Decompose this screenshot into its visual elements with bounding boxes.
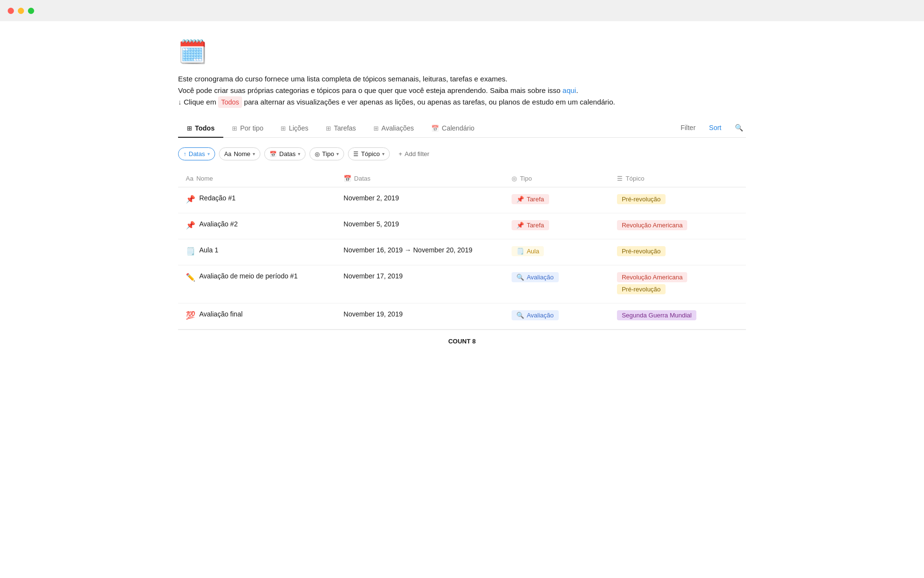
row-type-label-2: Aula <box>526 248 539 255</box>
add-filter-button[interactable]: + Add filter <box>394 148 434 160</box>
filter-datas-sort-label: Datas <box>189 150 205 158</box>
col-datas-icon: 📅 <box>344 175 351 182</box>
table-body: 📌 Redação #1 November 2, 2019 📌 Tarefa P… <box>178 187 746 329</box>
description: Este cronograma do curso fornece uma lis… <box>178 73 707 108</box>
tab-tarefas[interactable]: ⊞ Tarefas <box>317 119 365 138</box>
tab-avaliacoes[interactable]: ⊞ Avaliações <box>365 119 423 138</box>
topico-filter-icon: ☰ <box>353 151 359 158</box>
col-nome-label: Nome <box>196 175 213 182</box>
description-line-3: ↓ Clique em Todos para alternar as visua… <box>178 96 707 108</box>
row-emoji-3: ✏️ <box>186 273 195 282</box>
tab-avaliacoes-icon: ⊞ <box>373 125 379 132</box>
row-date-0: November 2, 2019 <box>344 194 399 202</box>
filter-topico[interactable]: ☰ Tópico ▾ <box>348 147 390 160</box>
row-emoji-4: 💯 <box>186 311 195 320</box>
filter-button[interactable]: Filter <box>678 122 698 133</box>
tab-licoes[interactable]: ⊞ Lições <box>272 119 317 138</box>
row-name-2[interactable]: 🗒️ Aula 1 <box>186 246 328 256</box>
row-topic-0-0[interactable]: Pré-revolução <box>617 194 666 204</box>
row-type-emoji-1: 📌 <box>516 222 524 229</box>
description-line-1: Este cronograma do curso fornece uma lis… <box>178 73 707 85</box>
tab-por-tipo[interactable]: ⊞ Por tipo <box>223 119 272 138</box>
row-topic-3-0[interactable]: Revolução Americana <box>617 272 687 282</box>
calendar-filter-icon: 📅 <box>270 151 277 158</box>
filter-datas-sort[interactable]: ↑ Datas ▾ <box>178 147 215 160</box>
tab-licoes-icon: ⊞ <box>281 125 286 132</box>
col-tipo-icon: ◎ <box>512 175 517 182</box>
row-type-tag-2[interactable]: 🗒️ Aula <box>512 246 544 256</box>
filter-datas-label: Datas <box>279 150 295 158</box>
filter-datas[interactable]: 📅 Datas ▾ <box>264 147 306 160</box>
tab-calendario-icon: 📅 <box>431 125 439 132</box>
row-date-2: November 16, 2019 → November 20, 2019 <box>344 246 473 254</box>
filter-tipo[interactable]: ◎ Tipo ▾ <box>309 147 344 160</box>
col-topico-label: Tópico <box>626 175 644 182</box>
row-type-tag-4[interactable]: 🔍 Avaliação <box>512 310 558 320</box>
close-button[interactable] <box>8 8 14 14</box>
chevron-tipo-icon: ▾ <box>336 151 339 157</box>
row-name-1[interactable]: 📌 Avaliação #2 <box>186 220 328 230</box>
row-name-4[interactable]: 💯 Avaliação final <box>186 310 328 320</box>
row-type-emoji-0: 📌 <box>516 196 524 203</box>
row-type-tag-3[interactable]: 🔍 Avaliação <box>512 272 558 282</box>
chevron-down-icon: ▾ <box>207 151 210 157</box>
tabs-right: Filter Sort 🔍 <box>678 122 746 135</box>
page-header: 🗓️ <box>178 40 746 64</box>
col-header-tipo: ◎ Tipo <box>504 170 609 187</box>
filter-nome-label: Nome <box>234 150 251 158</box>
row-type-tag-1[interactable]: 📌 Tarefa <box>512 220 549 230</box>
tab-calendario[interactable]: 📅 Calendário <box>423 119 483 138</box>
row-type-label-1: Tarefa <box>526 222 544 229</box>
maximize-button[interactable] <box>28 8 34 14</box>
count-label: COUNT <box>448 338 472 345</box>
col-nome-icon: Aa <box>186 175 193 182</box>
arrow-icon: ↓ <box>178 98 182 106</box>
row-emoji-0: 📌 <box>186 195 195 204</box>
row-topic-3-1[interactable]: Pré-revolução <box>617 284 666 294</box>
tab-todos-icon: ⊞ <box>187 125 192 132</box>
plus-icon: + <box>398 150 402 158</box>
search-button[interactable]: 🔍 <box>732 122 746 133</box>
row-type-label-0: Tarefa <box>526 196 544 203</box>
sort-button[interactable]: Sort <box>706 122 724 133</box>
description-line-2: Você pode criar suas próprias categorias… <box>178 85 707 96</box>
col-tipo-label: Tipo <box>520 175 532 182</box>
row-name-text-3: Avaliação de meio de período #1 <box>199 272 297 280</box>
row-topic-4-0[interactable]: Segunda Guerra Mundial <box>617 310 696 320</box>
todos-badge[interactable]: Todos <box>218 96 242 108</box>
aqui-link[interactable]: aqui <box>563 86 576 94</box>
row-name-text-4: Avaliação final <box>199 310 243 318</box>
table-row: ✏️ Avaliação de meio de período #1 Novem… <box>178 265 746 303</box>
col-header-topico: ☰ Tópico <box>609 170 746 187</box>
tabs-left: ⊞ Todos ⊞ Por tipo ⊞ Lições ⊞ Tarefas ⊞ … <box>178 119 678 137</box>
tab-tarefas-icon: ⊞ <box>326 125 331 132</box>
main-content: 🗓️ Este cronograma do curso fornece uma … <box>149 21 775 381</box>
chevron-datas-icon: ▾ <box>298 151 300 157</box>
row-type-tag-0[interactable]: 📌 Tarefa <box>512 194 549 204</box>
row-name-0[interactable]: 📌 Redação #1 <box>186 194 328 204</box>
add-filter-label: Add filter <box>405 150 429 158</box>
tab-todos[interactable]: ⊞ Todos <box>178 119 223 138</box>
tabs-row: ⊞ Todos ⊞ Por tipo ⊞ Lições ⊞ Tarefas ⊞ … <box>178 119 746 138</box>
filter-topico-label: Tópico <box>361 150 380 158</box>
row-name-3[interactable]: ✏️ Avaliação de meio de período #1 <box>186 272 328 282</box>
sort-asc-icon: ↑ <box>183 151 186 158</box>
filter-nome[interactable]: Aa Nome ▾ <box>219 147 260 160</box>
col-topico-icon: ☰ <box>617 175 623 182</box>
count-row: COUNT 8 <box>178 329 746 353</box>
col-datas-label: Datas <box>354 175 371 182</box>
row-type-label-4: Avaliação <box>526 312 553 319</box>
row-emoji-2: 🗒️ <box>186 247 195 256</box>
page-icon: 🗓️ <box>178 40 207 64</box>
row-date-4: November 19, 2019 <box>344 310 403 318</box>
titlebar <box>0 0 924 21</box>
col-header-nome: Aa Nome <box>178 170 336 187</box>
row-topic-2-0[interactable]: Pré-revolução <box>617 246 666 256</box>
row-topic-1-0[interactable]: Revolução Americana <box>617 220 687 230</box>
row-date-1: November 5, 2019 <box>344 220 399 228</box>
minimize-button[interactable] <box>18 8 24 14</box>
filter-tipo-label: Tipo <box>322 150 334 158</box>
row-emoji-1: 📌 <box>186 221 195 230</box>
row-type-emoji-3: 🔍 <box>516 274 524 281</box>
row-type-label-3: Avaliação <box>526 274 553 281</box>
